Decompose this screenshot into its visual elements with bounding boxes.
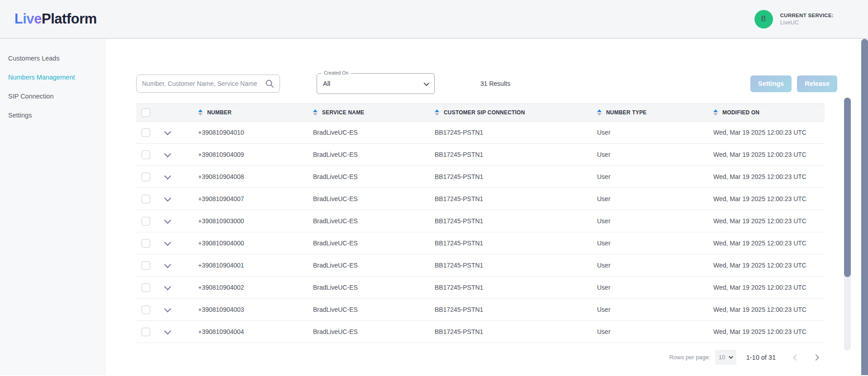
expand-chevron-icon[interactable] xyxy=(164,261,171,268)
cell-modified-on: Wed, Mar 19 2025 12:00:23 UTC xyxy=(713,173,825,180)
cell-number: +390810904001 xyxy=(198,262,313,269)
settings-button[interactable]: Settings xyxy=(750,75,792,92)
search-input[interactable] xyxy=(142,80,265,87)
chevron-down-icon xyxy=(729,354,733,359)
sort-icon[interactable] xyxy=(198,109,203,116)
column-header-service_name[interactable]: SERVICE NAME xyxy=(313,109,435,116)
cell-sip-connection: BB17245-PSTN1 xyxy=(435,262,597,269)
cell-sip-connection: BB17245-PSTN1 xyxy=(435,284,597,291)
logo-platform-text: Platform xyxy=(42,11,97,27)
expand-chevron-icon[interactable] xyxy=(164,128,171,135)
rows-per-page-label: Rows per page: xyxy=(669,354,711,361)
app-header: LivePlatform B CURRENT SERVICE: LiveUC xyxy=(0,0,868,39)
cell-modified-on: Wed, Mar 19 2025 12:00:23 UTC xyxy=(713,240,825,247)
created-on-value: All xyxy=(323,80,330,87)
cell-service-name: BradLiveUC-ES xyxy=(313,306,435,313)
table-row: +390810904007 BradLiveUC-ES BB17245-PSTN… xyxy=(136,188,825,210)
next-page-button[interactable] xyxy=(813,354,819,360)
expand-chevron-icon[interactable] xyxy=(164,216,171,224)
cell-sip-connection: BB17245-PSTN1 xyxy=(435,306,597,313)
cell-service-name: BradLiveUC-ES xyxy=(313,328,435,335)
table-row: +390810904001 BradLiveUC-ES BB17245-PSTN… xyxy=(136,254,825,277)
row-checkbox[interactable] xyxy=(142,150,150,159)
expand-chevron-icon[interactable] xyxy=(164,305,171,312)
table-row: +390810904000 BradLiveUC-ES BB17245-PSTN… xyxy=(136,232,825,254)
row-checkbox[interactable] xyxy=(142,173,150,181)
table-row: +390810904002 BradLiveUC-ES BB17245-PSTN… xyxy=(136,277,825,299)
cell-number-type: User xyxy=(597,262,713,269)
row-checkbox[interactable] xyxy=(142,239,150,248)
cell-sip-connection: BB17245-PSTN1 xyxy=(435,328,597,335)
search-box xyxy=(136,75,280,93)
cell-sip-connection: BB17245-PSTN1 xyxy=(435,240,597,247)
cell-sip-connection: BB17245-PSTN1 xyxy=(435,129,597,136)
pagination-bar: Rows per page: 10 1-10 of 31 xyxy=(136,350,825,365)
table-row: +390810904004 BradLiveUC-ES BB17245-PSTN… xyxy=(136,321,825,343)
row-checkbox-cell xyxy=(136,150,157,159)
column-label: MODIFIED ON xyxy=(722,109,759,116)
current-service-value: LiveUC xyxy=(780,19,834,26)
cell-service-name: BradLiveUC-ES xyxy=(313,240,435,247)
column-header-sip[interactable]: CUSTOMER SIP CONNECTION xyxy=(435,109,597,116)
expand-chevron-icon[interactable] xyxy=(164,194,171,202)
cell-modified-on: Wed, Mar 19 2025 12:00:23 UTC xyxy=(713,284,825,291)
row-checkbox-cell xyxy=(136,328,157,336)
page-scrollbar-thumb[interactable] xyxy=(861,39,868,375)
expand-chevron-icon[interactable] xyxy=(164,239,171,246)
avatar[interactable]: B xyxy=(754,10,773,28)
row-expand-cell xyxy=(157,307,198,312)
rows-per-page-select[interactable]: 10 xyxy=(715,350,736,365)
results-count: 31 Results xyxy=(480,80,510,87)
column-header-modified_on[interactable]: MODIFIED ON xyxy=(713,109,825,116)
row-checkbox[interactable] xyxy=(142,306,150,314)
sort-icon[interactable] xyxy=(713,109,718,116)
main-content: Created On All 31 Results Settings Relea… xyxy=(105,39,868,375)
row-checkbox[interactable] xyxy=(142,195,150,203)
row-checkbox[interactable] xyxy=(142,261,150,270)
search-icon[interactable] xyxy=(265,79,274,88)
table-scrollbar-thumb[interactable] xyxy=(844,98,851,277)
row-checkbox[interactable] xyxy=(142,217,150,226)
cell-number: +390810903000 xyxy=(198,217,313,225)
row-expand-cell xyxy=(157,241,198,246)
row-checkbox[interactable] xyxy=(142,328,150,336)
cell-modified-on: Wed, Mar 19 2025 12:00:23 UTC xyxy=(713,328,825,335)
column-header-number_type[interactable]: NUMBER TYPE xyxy=(597,109,713,116)
sidebar-item-numbers-management[interactable]: Numbers Management xyxy=(0,68,105,87)
cell-modified-on: Wed, Mar 19 2025 12:00:23 UTC xyxy=(713,151,825,158)
current-service-label: CURRENT SERVICE: xyxy=(780,13,834,18)
row-checkbox-cell xyxy=(136,239,157,248)
row-checkbox-cell xyxy=(136,217,157,226)
expand-chevron-icon[interactable] xyxy=(164,327,171,334)
sidebar-item-settings[interactable]: Settings xyxy=(0,106,105,125)
sidebar-item-customers-leads[interactable]: Customers Leads xyxy=(0,49,105,68)
row-checkbox[interactable] xyxy=(142,128,150,137)
cell-service-name: BradLiveUC-ES xyxy=(313,284,435,291)
row-expand-cell xyxy=(157,174,198,179)
release-button[interactable]: Release xyxy=(797,75,837,92)
expand-chevron-icon[interactable] xyxy=(164,172,171,179)
cell-modified-on: Wed, Mar 19 2025 12:00:23 UTC xyxy=(713,129,825,136)
table-row: +390810904009 BradLiveUC-ES BB17245-PSTN… xyxy=(136,144,825,166)
sort-icon[interactable] xyxy=(597,109,602,116)
cell-number-type: User xyxy=(597,217,713,225)
created-on-select[interactable]: Created On All xyxy=(317,73,435,94)
sort-icon[interactable] xyxy=(313,109,318,116)
cell-modified-on: Wed, Mar 19 2025 12:00:23 UTC xyxy=(713,217,825,225)
sidebar-item-sip-connection[interactable]: SIP Connection xyxy=(0,87,105,106)
header-checkbox-cell xyxy=(136,108,157,117)
cell-service-name: BradLiveUC-ES xyxy=(313,173,435,180)
expand-chevron-icon[interactable] xyxy=(164,283,171,290)
row-checkbox-cell xyxy=(136,173,157,181)
action-buttons: Settings Release xyxy=(750,75,837,92)
sort-icon[interactable] xyxy=(435,109,439,116)
select-all-checkbox[interactable] xyxy=(142,108,150,117)
row-expand-cell xyxy=(157,329,198,334)
table-scrollbar-track[interactable] xyxy=(844,98,851,351)
previous-page-button[interactable] xyxy=(793,354,799,360)
row-checkbox[interactable] xyxy=(142,283,150,292)
table-row: +390810904010 BradLiveUC-ES BB17245-PSTN… xyxy=(136,122,825,144)
expand-chevron-icon[interactable] xyxy=(164,150,171,157)
cell-service-name: BradLiveUC-ES xyxy=(313,195,435,202)
column-header-number[interactable]: NUMBER xyxy=(198,109,313,116)
